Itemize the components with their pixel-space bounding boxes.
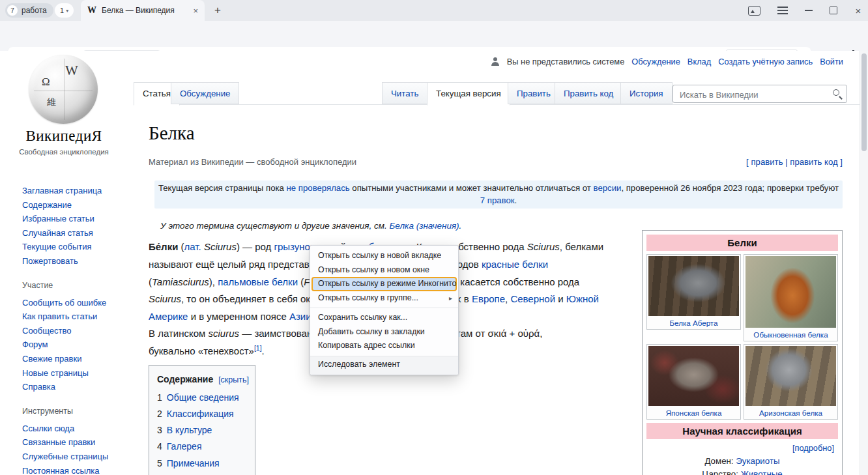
wiki-search [673, 85, 847, 103]
wikipedia-favicon: W [87, 5, 96, 16]
menu-item-open-link-new-tab[interactable]: Открыть ссылку в новой вкладке [310, 249, 458, 263]
squirrel-image-japanese[interactable] [648, 346, 739, 406]
search-icon[interactable] [832, 89, 843, 99]
sidebar-link[interactable]: Как править статьи [22, 309, 134, 324]
browser-window: 7 работа 1 ▾ W Белка — Википедия × + × ←… [0, 0, 868, 475]
taxobox-image-cell[interactable]: Аризонская белка [744, 344, 838, 420]
tab-read[interactable]: Читать [382, 82, 427, 104]
edit-links[interactable]: [ править | править код ] [746, 157, 843, 167]
menu-separator [310, 308, 458, 308]
sidebar-link[interactable]: Связанные правки [22, 435, 134, 450]
image-caption-link[interactable]: Аризонская белка [745, 406, 836, 418]
sidebar-link[interactable]: Справка [22, 380, 134, 394]
notice-line: Текущая версия страницы пока не проверял… [154, 182, 843, 195]
sidebar-link[interactable]: Постоянная ссылка [22, 464, 134, 475]
sidebar-link[interactable]: Содержание [22, 198, 134, 212]
tab-title: Белка — Википедия [102, 6, 188, 15]
menu-item-open-link-in-group[interactable]: Открыть ссылку в группе... ▸ [310, 291, 458, 306]
image-caption-link[interactable]: Обыкновенная белка [745, 328, 836, 339]
sidebar-link[interactable]: Форум [22, 338, 134, 352]
tab-group-label: работа [22, 6, 47, 15]
menu-item-open-link-incognito[interactable]: Открыть ссылку в режиме Инкогнито [311, 277, 457, 291]
squirrel-image-arizona[interactable] [745, 346, 836, 406]
wikipedia-globe-logo[interactable]: Ω W 維 [29, 55, 98, 124]
login-status: Вы не представились системе [507, 57, 625, 66]
minimize-button[interactable] [802, 3, 816, 18]
toc-item[interactable]: 2Классификация [157, 409, 248, 420]
menu-item-add-link-bookmarks[interactable]: Добавить ссылку в закладки [310, 325, 458, 339]
sidebar-link[interactable]: Сообщество [22, 324, 134, 338]
wikipedia-wordmark[interactable]: ВикипедиЯ [0, 128, 128, 145]
tab-discussion[interactable]: Обсуждение [171, 82, 239, 104]
user-icon [491, 57, 500, 66]
close-window-button[interactable]: × [851, 3, 865, 18]
search-input[interactable] [678, 87, 824, 102]
taxonomy-row: Царство: Животные [645, 469, 839, 475]
personal-link[interactable]: Обсуждение [631, 57, 680, 66]
article-subtitle: Материал из Википедии — свободной энцикл… [149, 157, 356, 167]
menu-item-save-link-as[interactable]: Сохранить ссылку как... [310, 311, 458, 325]
sidebar-link[interactable]: Пожертвовать [22, 254, 134, 268]
sidebar-section-title: Участие [22, 280, 134, 291]
toc-item[interactable]: 1Общие сведения [157, 392, 248, 404]
sidebar-link[interactable]: Случайная статья [22, 226, 134, 240]
menu-item-inspect-element[interactable]: Исследовать элемент [310, 358, 458, 372]
scrollbar[interactable] [860, 51, 868, 475]
toc-item[interactable]: 5Примечания [157, 458, 248, 470]
toc-hide-link[interactable]: [скрыть] [218, 375, 249, 384]
browser-tab[interactable]: W Белка — Википедия × [81, 0, 205, 21]
sidebar-link[interactable]: Ссылки сюда [22, 422, 134, 436]
close-tab-icon[interactable]: × [193, 6, 198, 16]
taxobox-title: Белки [646, 235, 838, 251]
details-link[interactable]: [подробно] [645, 443, 834, 453]
squirrel-image-abert[interactable] [648, 256, 739, 316]
taxonomy-value-link[interactable]: Эукариоты [736, 456, 779, 466]
taxobox: Белки Белка Аберта Обыкновенная белка Яп… [642, 230, 843, 475]
toc-title: Содержание [157, 374, 213, 384]
taxobox-image-cell[interactable]: Белка Аберта [646, 254, 741, 330]
sidebar-link[interactable]: Новые страницы [22, 366, 134, 381]
tab-edit-source[interactable]: Править код [555, 82, 622, 104]
wikipedia-tagline: Свободная энциклопедия [0, 148, 128, 156]
tab-panel-icon [748, 6, 760, 16]
sidebar-link[interactable]: Сообщить об ошибке [22, 296, 134, 310]
classification-title: Научная классификация [646, 423, 838, 439]
taxobox-image-cell[interactable]: Японская белка [646, 344, 741, 420]
browser-menu-button[interactable] [775, 3, 790, 18]
personal-link[interactable]: Создать учётную запись [718, 57, 813, 66]
menu-item-copy-link-address[interactable]: Копировать адрес ссылки [310, 339, 458, 353]
scrollbar-thumb[interactable] [861, 53, 867, 151]
menu-item-open-link-new-window[interactable]: Открыть ссылку в новом окне [310, 263, 458, 278]
sidebar-section-title: Инструменты [22, 406, 134, 416]
taxobox-image-grid: Белка Аберта Обыкновенная белка Японская… [646, 254, 838, 420]
hatnote: У этого термина существуют и другие знач… [160, 221, 461, 231]
chevron-down-icon: ▾ [66, 8, 68, 14]
personal-bar: Вы не представились системе Обсуждение В… [491, 57, 843, 66]
tab-group-badge[interactable]: 1 ▾ [55, 3, 74, 18]
tab-history[interactable]: История [620, 82, 673, 104]
squirrel-image-red[interactable] [745, 256, 836, 328]
sidebar-link[interactable]: Текущие события [22, 240, 134, 254]
toc-item[interactable]: 3В культуре [157, 425, 248, 437]
address-bar-row: ← Я ↻ ru.wikipedia.org Белка — Википедия… [0, 21, 868, 51]
personal-link[interactable]: Вклад [687, 57, 711, 66]
menu-footer-section: Исследовать элемент [310, 356, 458, 375]
tab-group-badge-count: 1 [60, 7, 64, 14]
maximize-button[interactable] [826, 3, 841, 18]
taxonomy-value-link[interactable]: Животные [741, 469, 783, 475]
personal-link[interactable]: Войти [820, 57, 843, 66]
sidebar-link[interactable]: Избранные статьи [22, 212, 134, 226]
tab-panel-button[interactable] [747, 3, 761, 18]
sidebar-link[interactable]: Заглавная страница [22, 184, 134, 198]
tab-current-version[interactable]: Текущая версия [427, 82, 510, 106]
image-caption-link[interactable]: Белка Аберта [648, 316, 739, 328]
toc-item[interactable]: 4Галерея [157, 441, 248, 453]
sidebar-link[interactable]: Свежие правки [22, 352, 134, 366]
image-caption-link[interactable]: Японская белка [648, 406, 739, 418]
tab-edit[interactable]: Править [508, 82, 560, 104]
sidebar-link[interactable]: Служебные страницы [22, 450, 134, 464]
new-tab-button[interactable]: + [210, 3, 225, 18]
tab-group[interactable]: 7 работа [5, 3, 53, 18]
taxobox-image-cell[interactable]: Обыкновенная белка [744, 254, 838, 341]
tab-group-count: 7 [7, 5, 18, 16]
